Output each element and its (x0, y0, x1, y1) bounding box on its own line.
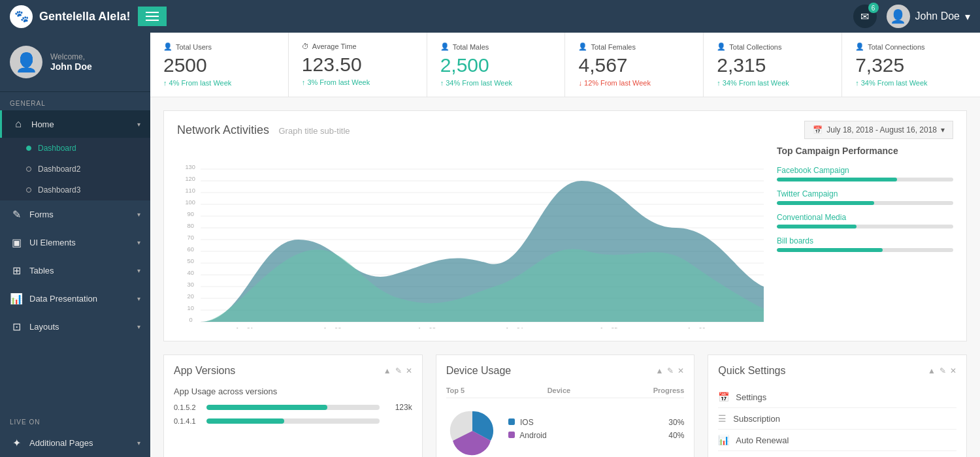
main-content: 👤 Total Users 2500 ↑ 4% From last Week ⏱… (150, 33, 980, 457)
stat-total-users: 👤 Total Users 2500 ↑ 4% From last Week (150, 33, 289, 97)
svg-text:Jan 04: Jan 04 (505, 326, 523, 328)
sidebar-profile: 👤 Welcome, John Doe (0, 33, 150, 92)
data-presentation-chevron-icon: ▾ (137, 295, 140, 302)
sidebar-avatar: 👤 (10, 46, 42, 78)
sidebar-item-dashboard[interactable]: Dashboard (0, 138, 150, 159)
stat-avg-time-value: 123.50 (302, 54, 414, 75)
qs-item-auto-renewal[interactable]: 📊 Auto Renewal (718, 430, 956, 451)
svg-text:40: 40 (187, 270, 193, 276)
stats-bar: 👤 Total Users 2500 ↑ 4% From last Week ⏱… (150, 33, 980, 97)
campaign-title: Top Campaign Performance (777, 146, 953, 156)
campaign-conventional-progress-bg (777, 225, 953, 228)
svg-text:130: 130 (185, 164, 195, 170)
bottom-cards: App Versions ▲ ✎ ✕ App Usage across vers… (163, 355, 967, 457)
svg-text:50: 50 (187, 258, 193, 264)
navbar-right: ✉ 6 👤 John Doe ▾ (853, 5, 971, 28)
sidebar-username: John Doe (50, 61, 92, 72)
settings-pin-icon[interactable]: ✎ (395, 366, 402, 375)
settings-icon: 📅 (718, 392, 729, 402)
stat-total-connections-change: ↑ 34% From last Week (855, 79, 967, 87)
campaign-panel: Top Campaign Performance Facebook Campai… (777, 146, 953, 331)
device-close-icon[interactable]: ✕ (678, 366, 684, 375)
stat-total-connections-value: 7,325 (855, 54, 967, 76)
mail-icon[interactable]: ✉ 6 (853, 5, 877, 28)
qs-settings-icon[interactable]: ✎ (939, 366, 946, 375)
hamburger-button[interactable] (138, 7, 167, 26)
legend-row-android: Android 40% (508, 431, 685, 440)
svg-text:90: 90 (187, 211, 193, 217)
quick-settings-title: Quick Settings (718, 365, 785, 377)
android-percent: 40% (668, 431, 684, 440)
additional-pages-label: Additional Pages (29, 438, 93, 448)
home-submenu: Dashboard Dashboard2 Dashboard3 (0, 138, 150, 200)
app-versions-header: App Versions ▲ ✎ ✕ (174, 365, 412, 377)
collapse-icon[interactable]: ▲ (384, 366, 391, 375)
date-picker[interactable]: 📅 July 18, 2018 - August 16, 2018 ▾ (804, 121, 953, 139)
sidebar-item-additional-pages[interactable]: ✦ Additional Pages ▾ (0, 429, 150, 457)
qs-close-icon[interactable]: ✕ (950, 366, 956, 375)
stat-total-connections: 👤 Total Connections 7,325 ↑ 34% From las… (842, 33, 980, 97)
close-icon[interactable]: ✕ (406, 366, 412, 375)
legend-row-ios: IOS 30% (508, 418, 685, 427)
collections-icon: 👤 (717, 42, 726, 51)
tables-label: Tables (29, 266, 54, 276)
device-settings-icon[interactable]: ✎ (667, 366, 674, 375)
sidebar-item-forms[interactable]: ✎ Forms ▾ (0, 200, 150, 228)
stat-total-users-value: 2500 (163, 54, 275, 76)
home-icon: ⌂ (12, 118, 25, 130)
sidebar-item-dashboard2[interactable]: Dashboard2 (0, 159, 150, 180)
settings-label: Settings (736, 392, 766, 402)
stat-avg-time: ⏱ Average Time 123.50 ↑ 3% From last Wee… (289, 33, 427, 97)
user-chevron-icon: ▾ (965, 10, 970, 23)
sidebar-item-tables[interactable]: ⊞ Tables ▾ (0, 257, 150, 285)
sidebar: 👤 Welcome, John Doe GENERAL ⌂ Home ▾ Das… (0, 33, 150, 457)
layouts-label: Layouts (29, 322, 59, 332)
additional-pages-chevron-icon: ▾ (137, 439, 140, 447)
campaign-facebook-progress-bg (777, 178, 953, 181)
svg-text:Jan 06: Jan 06 (687, 326, 706, 328)
connections-icon: 👤 (855, 42, 864, 51)
date-range-label: July 18, 2018 - August 16, 2018 (826, 125, 937, 134)
layouts-chevron-icon: ▾ (137, 323, 140, 330)
auto-renewal-label: Auto Renewal (736, 435, 789, 445)
android-dot-icon (508, 432, 515, 438)
version-count-1: 123k (386, 403, 412, 412)
sidebar-item-dashboard3[interactable]: Dashboard3 (0, 180, 150, 200)
qs-collapse-icon[interactable]: ▲ (928, 366, 936, 375)
device-usage-controls: ▲ ✎ ✕ (655, 366, 684, 375)
sidebar-item-ui-elements[interactable]: ▣ UI Elements ▾ (0, 228, 150, 257)
stat-total-males-change: ↑ 34% From last Week (440, 79, 552, 87)
paw-icon: 🐾 (10, 5, 33, 28)
campaign-facebook-label: Facebook Campaign (777, 166, 953, 175)
stat-total-users-label: 👤 Total Users (163, 42, 275, 51)
campaign-facebook-progress-fill (777, 178, 897, 181)
sidebar-item-data-presentation[interactable]: 📊 Data Presentation ▾ (0, 285, 150, 313)
device-collapse-icon[interactable]: ▲ (655, 366, 663, 375)
male-icon: 👤 (440, 42, 449, 51)
device-usage-title: Device Usage (446, 365, 512, 377)
stat-total-collections-value: 2,315 (717, 54, 828, 76)
campaign-conventional-progress-fill (777, 225, 857, 228)
sidebar-item-home[interactable]: ⌂ Home ▾ (0, 110, 150, 138)
stat-total-females-change: ↓ 12% From last Week (578, 79, 690, 87)
sidebar-item-layouts[interactable]: ⊡ Layouts ▾ (0, 313, 150, 341)
app-versions-controls: ▲ ✎ ✕ (384, 366, 412, 375)
dashboard3-dot-icon (26, 187, 31, 193)
qs-item-settings[interactable]: 📅 Settings (718, 386, 956, 408)
home-chevron-icon: ▾ (137, 121, 140, 128)
navbar: 🐾 Gentelella Alela! ✉ 6 👤 John Doe ▾ (0, 0, 980, 33)
brand-logo: 🐾 Gentelella Alela! (10, 5, 130, 28)
user-menu[interactable]: 👤 John Doe ▾ (887, 5, 971, 28)
qs-item-subscription[interactable]: ☰ Subscription (718, 408, 956, 430)
svg-text:80: 80 (187, 223, 193, 229)
ui-elements-label: UI Elements (29, 238, 76, 247)
ios-dot-icon (508, 418, 515, 425)
campaign-item-billboards: Bill boards (777, 236, 953, 252)
stat-total-males-label: 👤 Total Males (440, 42, 552, 51)
forms-chevron-icon: ▾ (137, 211, 140, 218)
app-versions-title: App Versions (174, 365, 235, 377)
dashboard2-dot-icon (26, 166, 31, 172)
svg-text:60: 60 (187, 246, 193, 253)
campaign-twitter-label: Twitter Campaign (777, 189, 953, 198)
user-icon: 👤 (163, 42, 172, 51)
